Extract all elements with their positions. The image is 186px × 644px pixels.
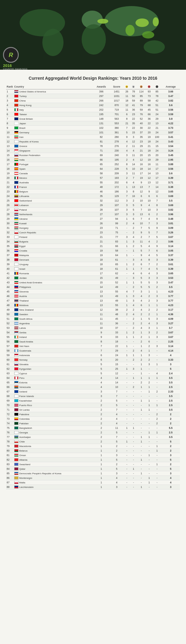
cell-bronze: 52	[137, 117, 146, 121]
cell-gold: 1	[123, 335, 130, 339]
table-row: 71 Sri Lanka 2 7 - - 1 1 - 3.5	[6, 408, 180, 412]
cell-average: 3.54	[162, 144, 180, 148]
country-name: Georgia	[19, 431, 28, 434]
cell-score: 107	[110, 208, 123, 212]
flag-icon	[14, 163, 18, 166]
cell-silver: 3	[130, 258, 137, 262]
cell-silver: 35	[130, 121, 137, 126]
table-row: 44 Philippines 14 49 - 2 5 5 2 3.5	[6, 285, 180, 289]
cell-average: 3.17	[162, 308, 180, 312]
flag-icon	[14, 463, 18, 466]
cell-average: 2.5	[162, 399, 180, 403]
cell-average: 5	[162, 439, 180, 444]
cell-country: Azerbaijan	[14, 435, 93, 439]
cell-red: 1	[146, 289, 152, 294]
cell-silver: -	[130, 371, 137, 376]
cell-silver: 2	[130, 226, 137, 230]
cell-awards: 2	[93, 417, 110, 421]
cell-country: Israel	[14, 267, 93, 271]
cell-country: Viet Nam	[14, 344, 93, 349]
cell-black: 1	[152, 449, 162, 453]
cell-average: 3.47	[162, 94, 180, 98]
country-name: Montenegro	[19, 477, 32, 479]
flag-icon	[14, 258, 18, 261]
cell-black: 3	[152, 221, 162, 226]
cell-average: 2	[162, 412, 180, 417]
cell-red: 6	[146, 339, 152, 344]
cell-awards: 13	[93, 294, 110, 299]
cell-awards: 18	[93, 267, 110, 271]
cell-country: Lithuania	[14, 194, 93, 199]
flag-icon	[14, 281, 18, 284]
table-row: 49 New Zealand 12 38 2 2 4 2 2 3.17	[6, 308, 180, 312]
cell-average: 3.39	[162, 176, 180, 180]
cell-silver: 11	[130, 171, 137, 176]
cell-average: 3.88	[162, 162, 180, 167]
cell-average: 3.14	[162, 244, 180, 249]
cell-score: 380	[110, 126, 123, 130]
country-name: Bangladesh	[19, 427, 32, 429]
country-name: Sri Lanka	[19, 409, 30, 411]
cell-black: 3	[152, 271, 162, 276]
cell-black: -	[152, 439, 162, 444]
cell-black: 3	[152, 258, 162, 262]
logo-circle: R	[3, 47, 19, 63]
cell-red: 4	[146, 271, 152, 276]
cell-red: 4	[146, 267, 152, 271]
cell-black: 2	[152, 389, 162, 394]
cell-bronze: 2	[137, 312, 146, 317]
cell-country: Kuwait	[14, 221, 93, 226]
cell-rank: 63	[6, 371, 14, 376]
cell-country: Taiwan	[14, 112, 93, 117]
table-row: 50 Sweden 11 48 2 4 2 2 1 4.36	[6, 312, 180, 317]
cell-awards: 6	[93, 353, 110, 358]
cell-bronze: 40	[137, 121, 146, 126]
cell-red: 1	[146, 385, 152, 389]
flag-icon	[14, 317, 18, 320]
flag-icon	[14, 308, 18, 311]
cell-country: Saudi Arabia	[14, 339, 93, 344]
cell-red: 2	[146, 308, 152, 312]
cell-awards: 15	[93, 280, 110, 285]
cell-awards: 57	[93, 176, 110, 180]
cell-country: Hungary	[14, 226, 93, 230]
flag-icon	[14, 358, 18, 361]
cell-country: Malta	[14, 480, 93, 485]
cell-average: 2	[162, 462, 180, 467]
cell-rank: 10	[6, 130, 14, 135]
cell-silver: -	[130, 403, 137, 408]
cell-red: 66	[146, 112, 152, 117]
cell-black: 11	[152, 162, 162, 167]
cell-rank: 8	[6, 121, 14, 126]
cell-red: 21	[146, 144, 152, 148]
cell-score: 107	[110, 203, 123, 208]
cell-bronze: 12	[137, 189, 146, 194]
table-row: 81 Oman 1 3 - - - 1 - 3	[6, 453, 180, 458]
cell-gold: 3	[123, 212, 130, 217]
cell-country: Argentina	[14, 321, 93, 326]
cell-bronze: -	[137, 467, 146, 471]
cell-average: 2	[162, 449, 180, 453]
cell-score: 3	[110, 453, 123, 458]
country-name: Israel	[19, 268, 25, 270]
cell-black: -	[152, 385, 162, 389]
cell-gold: -	[123, 471, 130, 476]
cell-rank: 12	[6, 139, 14, 144]
cell-score: 99	[110, 221, 123, 226]
flag-icon	[14, 372, 18, 375]
flag-icon	[14, 204, 18, 207]
cell-bronze: 1	[137, 362, 146, 367]
cell-black: 6	[152, 249, 162, 253]
cell-red: -	[146, 417, 152, 421]
flag-icon	[14, 426, 18, 429]
cell-rank: 13	[6, 144, 14, 148]
cell-average: 3.77	[162, 299, 180, 303]
cell-black: 51	[152, 108, 162, 112]
cell-score: 4	[110, 417, 123, 421]
cell-red: 1	[146, 435, 152, 439]
cell-score: 361	[110, 130, 123, 135]
cell-country: Turkey	[14, 94, 93, 98]
cell-average: 3.5	[162, 394, 180, 399]
flag-icon	[14, 454, 18, 457]
cell-country: Mexico	[14, 176, 93, 180]
